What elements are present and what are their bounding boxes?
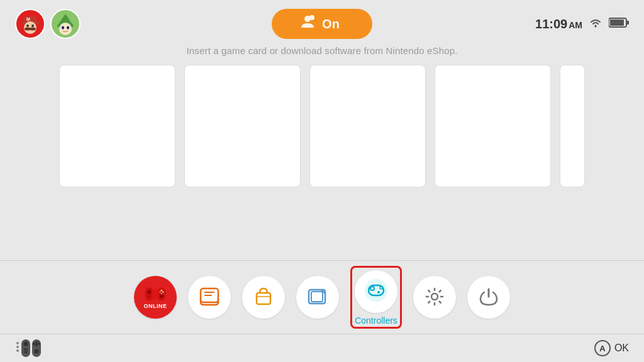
game-card-5-partial	[560, 65, 585, 187]
game-card-1[interactable]	[59, 65, 175, 187]
svg-point-30	[162, 292, 164, 293]
svg-rect-21	[626, 21, 629, 25]
svg-point-33	[161, 293, 162, 294]
power-button[interactable]	[467, 276, 510, 319]
avatar-group: M	[15, 9, 80, 39]
a-button-icon: A	[594, 340, 611, 356]
taskbar-item-news[interactable]	[188, 276, 231, 319]
svg-point-64	[35, 349, 39, 354]
svg-point-65	[38, 343, 40, 345]
album-icon	[308, 288, 328, 307]
empty-state-subtitle: Insert a game card or download software …	[15, 45, 629, 56]
game-card-2[interactable]	[184, 65, 301, 187]
svg-point-29	[160, 294, 164, 298]
svg-point-18	[595, 25, 597, 27]
svg-point-60	[24, 342, 28, 346]
online-toggle[interactable]: ↑ On	[272, 9, 372, 39]
svg-point-58	[16, 349, 19, 352]
svg-rect-20	[610, 19, 624, 26]
joycon-status	[15, 338, 47, 358]
svg-rect-28	[148, 297, 150, 298]
wifi-icon	[589, 18, 602, 31]
taskbar-item-power[interactable]	[467, 276, 510, 319]
svg-text:M: M	[26, 17, 30, 21]
game-cards-grid	[15, 65, 629, 187]
svg-point-56	[16, 342, 19, 344]
svg-rect-25	[152, 289, 158, 299]
svg-point-12	[59, 23, 72, 35]
svg-point-14	[67, 26, 69, 30]
svg-line-53	[439, 301, 441, 304]
taskbar-item-eshop[interactable]	[242, 276, 285, 319]
clock: 11:09AM	[535, 17, 582, 31]
svg-point-67	[33, 343, 35, 345]
taskbar: ONLINE	[0, 260, 644, 334]
svg-point-47	[431, 293, 438, 300]
svg-text:↑: ↑	[311, 16, 313, 20]
controllers-button[interactable]	[355, 270, 397, 313]
taskbar-item-nintendo-online[interactable]: ONLINE	[134, 276, 177, 319]
controllers-selected-border: Controllers	[350, 266, 402, 329]
controllers-label: Controllers	[355, 315, 397, 326]
eshop-button[interactable]	[242, 276, 285, 319]
battery-icon	[609, 17, 629, 31]
svg-point-6	[26, 25, 29, 27]
game-card-3[interactable]	[309, 65, 426, 187]
controllers-icon	[364, 279, 389, 304]
svg-line-52	[428, 290, 431, 292]
svg-line-55	[428, 301, 431, 304]
taskbar-item-album[interactable]	[296, 276, 339, 319]
top-bar: M	[0, 0, 644, 45]
top-right: 11:09AM	[535, 17, 629, 31]
svg-rect-27	[148, 295, 150, 296]
svg-rect-62	[24, 351, 28, 353]
svg-point-32	[159, 292, 160, 293]
svg-rect-23	[145, 287, 153, 300]
svg-point-26	[147, 290, 151, 294]
svg-rect-37	[257, 293, 270, 304]
svg-rect-40	[311, 292, 323, 302]
news-button[interactable]	[188, 276, 231, 319]
settings-icon	[425, 287, 445, 309]
power-icon	[479, 287, 498, 309]
avatar-link[interactable]	[50, 9, 80, 39]
news-icon	[199, 287, 220, 308]
game-card-4[interactable]	[435, 65, 551, 187]
avatar-mario[interactable]: M	[15, 9, 45, 39]
svg-point-66	[35, 341, 38, 344]
eshop-icon	[254, 287, 273, 309]
svg-line-54	[439, 290, 441, 292]
svg-point-31	[161, 290, 162, 291]
svg-rect-61	[24, 349, 28, 351]
online-label: ONLINE	[143, 303, 167, 309]
ok-label: OK	[614, 343, 629, 354]
taskbar-item-settings[interactable]	[413, 276, 456, 319]
svg-point-5	[30, 28, 36, 31]
taskbar-item-controllers[interactable]: Controllers	[350, 266, 402, 329]
online-icon: ↑	[299, 14, 316, 34]
time-value: 11:09	[535, 17, 567, 31]
svg-point-68	[35, 344, 38, 346]
ok-button[interactable]: A OK	[594, 340, 629, 356]
online-toggle-label: On	[322, 17, 340, 31]
svg-point-13	[62, 26, 64, 30]
ampm: AM	[569, 20, 582, 30]
bottom-bar: A OK	[0, 334, 644, 362]
nintendo-online-button[interactable]: ONLINE	[134, 276, 177, 319]
settings-button[interactable]	[413, 276, 456, 319]
main-area: Insert a game card or download software …	[0, 45, 644, 187]
svg-point-7	[31, 25, 34, 27]
album-button[interactable]	[296, 276, 339, 319]
svg-point-57	[16, 346, 19, 348]
nintendo-online-icon	[144, 285, 167, 303]
